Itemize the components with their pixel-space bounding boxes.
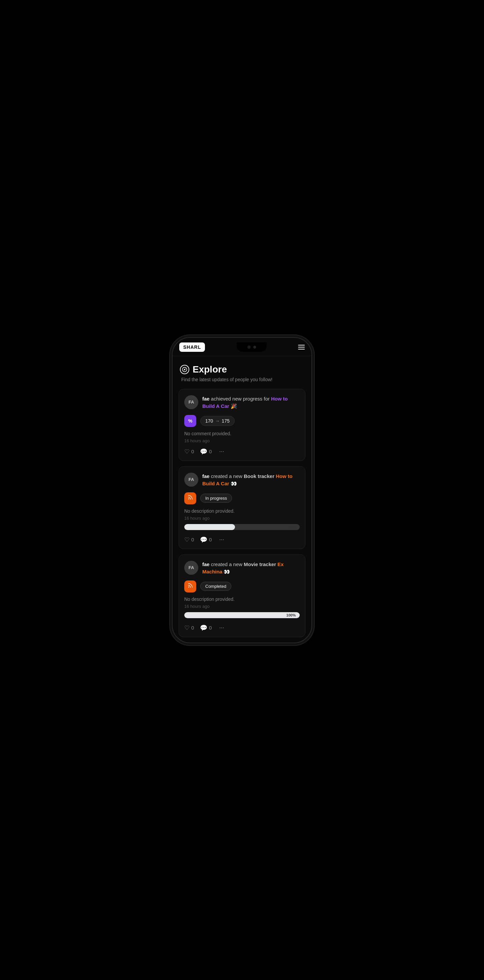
phone-frame: SHARL <box>172 337 312 643</box>
page-subtitle: Find the latest updates of people you fo… <box>180 377 304 382</box>
card-1-comment: No comment provided. <box>184 431 300 436</box>
svg-marker-1 <box>183 369 186 371</box>
tracker-type: Book tracker <box>244 473 274 479</box>
card-3-detail: Completed <box>184 581 300 592</box>
compass-icon <box>180 365 189 374</box>
like-button[interactable]: ♡ 0 <box>184 536 194 543</box>
card-1-time: 16 hours ago <box>184 438 300 443</box>
progress-from: 170 <box>205 418 213 423</box>
card-3-description: fae created a new Movie tracker Ex Machi… <box>202 561 300 576</box>
progress-fill-3 <box>184 612 300 618</box>
card-1-detail: % 170 → 175 <box>184 415 300 427</box>
status-badge: Completed <box>200 582 231 591</box>
card-1-header: FA fae achieved new progress for How to … <box>184 395 300 410</box>
card-2-detail: In progress <box>184 492 300 504</box>
avatar: FA <box>184 395 198 409</box>
progress-badge: 170 → 175 <box>200 416 235 426</box>
activity-card-1: FA fae achieved new progress for How to … <box>178 389 306 461</box>
more-options-button[interactable]: ··· <box>219 448 224 455</box>
menu-button[interactable] <box>298 345 305 350</box>
username: fae <box>202 473 210 479</box>
svg-point-3 <box>188 587 189 587</box>
page-scroll-area[interactable]: Explore Find the latest updates of peopl… <box>173 356 311 643</box>
svg-point-2 <box>188 498 189 500</box>
tracker-type: Movie tracker <box>244 562 276 567</box>
status-badge: In progress <box>200 494 232 503</box>
comment-count: 0 <box>209 449 212 454</box>
card-3-description-text: No description provided. <box>184 597 300 602</box>
progress-icon: % <box>184 415 196 427</box>
username: fae <box>202 562 210 567</box>
like-count: 0 <box>191 537 194 542</box>
more-options-button[interactable]: ··· <box>219 536 224 543</box>
percent-symbol: % <box>188 418 192 423</box>
card-3-actions: ♡ 0 💬 0 ··· <box>184 623 300 632</box>
comment-button[interactable]: 💬 0 <box>200 536 212 543</box>
progress-bar-3: 100% <box>184 612 300 618</box>
rss-icon-container <box>184 581 196 592</box>
progress-label-3: 100% <box>287 613 296 617</box>
page-title: Explore <box>193 364 227 375</box>
notch-decoration <box>247 345 251 349</box>
progress-fill-2 <box>184 524 235 530</box>
comment-count: 0 <box>209 625 212 630</box>
like-button[interactable]: ♡ 0 <box>184 448 194 455</box>
comment-icon: 💬 <box>200 448 207 455</box>
card-3-header: FA fae created a new Movie tracker Ex Ma… <box>184 561 300 576</box>
action-text: achieved new progress for <box>211 396 271 401</box>
page-title-row: Explore <box>180 364 304 375</box>
comment-button[interactable]: 💬 0 <box>200 624 212 632</box>
heart-icon: ♡ <box>184 448 189 455</box>
card-1-description: fae achieved new progress for How to Bui… <box>202 395 300 410</box>
notch-area <box>237 342 267 352</box>
arrow-symbol: → <box>215 418 220 423</box>
card-2-time: 16 hours ago <box>184 516 300 521</box>
heart-icon: ♡ <box>184 536 189 543</box>
comment-count: 0 <box>209 537 212 542</box>
progress-to: 175 <box>221 418 229 423</box>
action-text: created a new <box>211 562 244 567</box>
page-content: Explore Find the latest updates of peopl… <box>173 356 311 637</box>
card-3-time: 16 hours ago <box>184 604 300 609</box>
rss-icon-container <box>184 492 196 504</box>
card-1-actions: ♡ 0 💬 0 ··· <box>184 447 300 455</box>
page-header: Explore Find the latest updates of peopl… <box>178 364 306 382</box>
like-count: 0 <box>191 625 194 630</box>
rss-icon <box>187 582 193 590</box>
progress-bar-2: 44% <box>184 524 300 530</box>
comment-icon: 💬 <box>200 536 207 543</box>
comment-icon: 💬 <box>200 624 207 632</box>
avatar: FA <box>184 473 198 487</box>
progress-label-2: 44% <box>288 525 296 529</box>
like-button[interactable]: ♡ 0 <box>184 624 194 632</box>
comment-button[interactable]: 💬 0 <box>200 448 212 455</box>
activity-card-2: FA fae created a new Book tracker How to… <box>178 466 306 549</box>
action-text: created a new <box>211 473 244 479</box>
like-count: 0 <box>191 449 194 454</box>
top-bar: SHARL <box>173 338 311 356</box>
card-2-description-text: No description provided. <box>184 508 300 514</box>
heart-icon: ♡ <box>184 624 189 632</box>
camera-dot <box>253 346 256 348</box>
card-2-header: FA fae created a new Book tracker How to… <box>184 473 300 488</box>
activity-card-3: FA fae created a new Movie tracker Ex Ma… <box>178 554 306 637</box>
avatar: FA <box>184 561 198 575</box>
app-logo: SHARL <box>179 342 205 352</box>
card-2-actions: ♡ 0 💬 0 ··· <box>184 535 300 543</box>
notch <box>237 342 267 352</box>
card-2-description: fae created a new Book tracker How to Bu… <box>202 473 300 488</box>
rss-icon <box>187 494 193 502</box>
username: fae <box>202 396 210 401</box>
more-options-button[interactable]: ··· <box>219 624 224 631</box>
